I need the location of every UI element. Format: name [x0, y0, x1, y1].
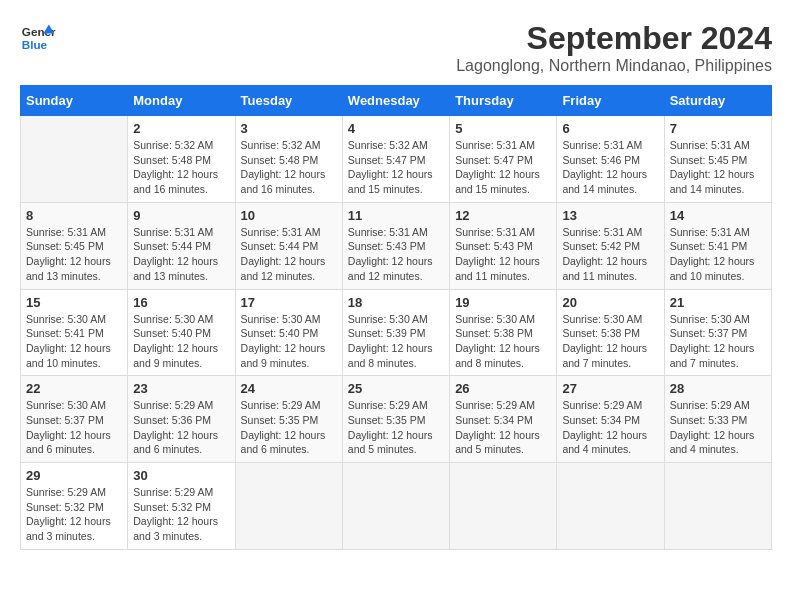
calendar-cell: 27 Sunrise: 5:29 AMSunset: 5:34 PMDaylig…: [557, 376, 664, 463]
day-detail: Sunrise: 5:29 AMSunset: 5:34 PMDaylight:…: [562, 398, 658, 457]
calendar-cell: 5 Sunrise: 5:31 AMSunset: 5:47 PMDayligh…: [450, 116, 557, 203]
calendar-cell: 6 Sunrise: 5:31 AMSunset: 5:46 PMDayligh…: [557, 116, 664, 203]
day-detail: Sunrise: 5:30 AMSunset: 5:41 PMDaylight:…: [26, 312, 122, 371]
day-number: 28: [670, 381, 766, 396]
day-detail: Sunrise: 5:31 AMSunset: 5:45 PMDaylight:…: [26, 225, 122, 284]
day-number: 20: [562, 295, 658, 310]
header-thursday: Thursday: [450, 86, 557, 116]
calendar-cell: [557, 463, 664, 550]
calendar-cell: 26 Sunrise: 5:29 AMSunset: 5:34 PMDaylig…: [450, 376, 557, 463]
calendar-week-5: 29 Sunrise: 5:29 AMSunset: 5:32 PMDaylig…: [21, 463, 772, 550]
day-number: 27: [562, 381, 658, 396]
day-number: 24: [241, 381, 337, 396]
day-number: 7: [670, 121, 766, 136]
day-detail: Sunrise: 5:31 AMSunset: 5:41 PMDaylight:…: [670, 225, 766, 284]
day-detail: Sunrise: 5:29 AMSunset: 5:32 PMDaylight:…: [133, 485, 229, 544]
calendar-week-2: 8 Sunrise: 5:31 AMSunset: 5:45 PMDayligh…: [21, 202, 772, 289]
day-detail: Sunrise: 5:31 AMSunset: 5:47 PMDaylight:…: [455, 138, 551, 197]
day-detail: Sunrise: 5:30 AMSunset: 5:37 PMDaylight:…: [26, 398, 122, 457]
day-detail: Sunrise: 5:29 AMSunset: 5:35 PMDaylight:…: [348, 398, 444, 457]
title-area: September 2024 Lagonglong, Northern Mind…: [456, 20, 772, 75]
day-number: 5: [455, 121, 551, 136]
day-detail: Sunrise: 5:29 AMSunset: 5:34 PMDaylight:…: [455, 398, 551, 457]
day-number: 19: [455, 295, 551, 310]
day-number: 8: [26, 208, 122, 223]
svg-text:Blue: Blue: [22, 38, 48, 51]
header-saturday: Saturday: [664, 86, 771, 116]
calendar-table: Sunday Monday Tuesday Wednesday Thursday…: [20, 85, 772, 550]
day-detail: Sunrise: 5:29 AMSunset: 5:35 PMDaylight:…: [241, 398, 337, 457]
day-number: 6: [562, 121, 658, 136]
calendar-cell: [235, 463, 342, 550]
logo: General Blue: [20, 20, 56, 56]
day-detail: Sunrise: 5:32 AMSunset: 5:48 PMDaylight:…: [241, 138, 337, 197]
day-detail: Sunrise: 5:30 AMSunset: 5:39 PMDaylight:…: [348, 312, 444, 371]
day-detail: Sunrise: 5:31 AMSunset: 5:44 PMDaylight:…: [241, 225, 337, 284]
day-number: 30: [133, 468, 229, 483]
calendar-header-row: Sunday Monday Tuesday Wednesday Thursday…: [21, 86, 772, 116]
day-number: 4: [348, 121, 444, 136]
calendar-cell: 11 Sunrise: 5:31 AMSunset: 5:43 PMDaylig…: [342, 202, 449, 289]
day-detail: Sunrise: 5:31 AMSunset: 5:43 PMDaylight:…: [455, 225, 551, 284]
day-detail: Sunrise: 5:31 AMSunset: 5:46 PMDaylight:…: [562, 138, 658, 197]
day-detail: Sunrise: 5:31 AMSunset: 5:45 PMDaylight:…: [670, 138, 766, 197]
calendar-cell: 20 Sunrise: 5:30 AMSunset: 5:38 PMDaylig…: [557, 289, 664, 376]
calendar-week-3: 15 Sunrise: 5:30 AMSunset: 5:41 PMDaylig…: [21, 289, 772, 376]
calendar-cell: 16 Sunrise: 5:30 AMSunset: 5:40 PMDaylig…: [128, 289, 235, 376]
calendar-cell: 3 Sunrise: 5:32 AMSunset: 5:48 PMDayligh…: [235, 116, 342, 203]
day-number: 18: [348, 295, 444, 310]
calendar-cell: 15 Sunrise: 5:30 AMSunset: 5:41 PMDaylig…: [21, 289, 128, 376]
calendar-cell: 13 Sunrise: 5:31 AMSunset: 5:42 PMDaylig…: [557, 202, 664, 289]
calendar-cell: [664, 463, 771, 550]
calendar-cell: 30 Sunrise: 5:29 AMSunset: 5:32 PMDaylig…: [128, 463, 235, 550]
calendar-cell: [21, 116, 128, 203]
day-detail: Sunrise: 5:32 AMSunset: 5:47 PMDaylight:…: [348, 138, 444, 197]
calendar-cell: 29 Sunrise: 5:29 AMSunset: 5:32 PMDaylig…: [21, 463, 128, 550]
calendar-cell: 10 Sunrise: 5:31 AMSunset: 5:44 PMDaylig…: [235, 202, 342, 289]
day-number: 9: [133, 208, 229, 223]
calendar-cell: 24 Sunrise: 5:29 AMSunset: 5:35 PMDaylig…: [235, 376, 342, 463]
calendar-week-1: 2 Sunrise: 5:32 AMSunset: 5:48 PMDayligh…: [21, 116, 772, 203]
day-detail: Sunrise: 5:32 AMSunset: 5:48 PMDaylight:…: [133, 138, 229, 197]
day-detail: Sunrise: 5:29 AMSunset: 5:36 PMDaylight:…: [133, 398, 229, 457]
calendar-cell: 9 Sunrise: 5:31 AMSunset: 5:44 PMDayligh…: [128, 202, 235, 289]
location-title: Lagonglong, Northern Mindanao, Philippin…: [456, 57, 772, 75]
calendar-cell: 17 Sunrise: 5:30 AMSunset: 5:40 PMDaylig…: [235, 289, 342, 376]
calendar-cell: [450, 463, 557, 550]
day-number: 29: [26, 468, 122, 483]
day-detail: Sunrise: 5:30 AMSunset: 5:37 PMDaylight:…: [670, 312, 766, 371]
calendar-cell: 25 Sunrise: 5:29 AMSunset: 5:35 PMDaylig…: [342, 376, 449, 463]
calendar-cell: 21 Sunrise: 5:30 AMSunset: 5:37 PMDaylig…: [664, 289, 771, 376]
calendar-cell: [342, 463, 449, 550]
calendar-cell: 4 Sunrise: 5:32 AMSunset: 5:47 PMDayligh…: [342, 116, 449, 203]
calendar-cell: 7 Sunrise: 5:31 AMSunset: 5:45 PMDayligh…: [664, 116, 771, 203]
day-number: 15: [26, 295, 122, 310]
day-number: 26: [455, 381, 551, 396]
day-detail: Sunrise: 5:31 AMSunset: 5:42 PMDaylight:…: [562, 225, 658, 284]
page-header: General Blue September 2024 Lagonglong, …: [20, 20, 772, 75]
day-number: 23: [133, 381, 229, 396]
day-number: 17: [241, 295, 337, 310]
header-friday: Friday: [557, 86, 664, 116]
day-number: 22: [26, 381, 122, 396]
logo-icon: General Blue: [20, 20, 56, 56]
header-wednesday: Wednesday: [342, 86, 449, 116]
day-number: 12: [455, 208, 551, 223]
month-title: September 2024: [456, 20, 772, 57]
calendar-week-4: 22 Sunrise: 5:30 AMSunset: 5:37 PMDaylig…: [21, 376, 772, 463]
calendar-cell: 28 Sunrise: 5:29 AMSunset: 5:33 PMDaylig…: [664, 376, 771, 463]
calendar-cell: 19 Sunrise: 5:30 AMSunset: 5:38 PMDaylig…: [450, 289, 557, 376]
day-detail: Sunrise: 5:29 AMSunset: 5:33 PMDaylight:…: [670, 398, 766, 457]
day-number: 2: [133, 121, 229, 136]
calendar-cell: 2 Sunrise: 5:32 AMSunset: 5:48 PMDayligh…: [128, 116, 235, 203]
day-number: 10: [241, 208, 337, 223]
calendar-cell: 23 Sunrise: 5:29 AMSunset: 5:36 PMDaylig…: [128, 376, 235, 463]
day-number: 13: [562, 208, 658, 223]
day-detail: Sunrise: 5:29 AMSunset: 5:32 PMDaylight:…: [26, 485, 122, 544]
day-detail: Sunrise: 5:30 AMSunset: 5:40 PMDaylight:…: [133, 312, 229, 371]
day-number: 21: [670, 295, 766, 310]
day-detail: Sunrise: 5:30 AMSunset: 5:40 PMDaylight:…: [241, 312, 337, 371]
day-detail: Sunrise: 5:31 AMSunset: 5:43 PMDaylight:…: [348, 225, 444, 284]
day-detail: Sunrise: 5:30 AMSunset: 5:38 PMDaylight:…: [455, 312, 551, 371]
calendar-cell: 18 Sunrise: 5:30 AMSunset: 5:39 PMDaylig…: [342, 289, 449, 376]
